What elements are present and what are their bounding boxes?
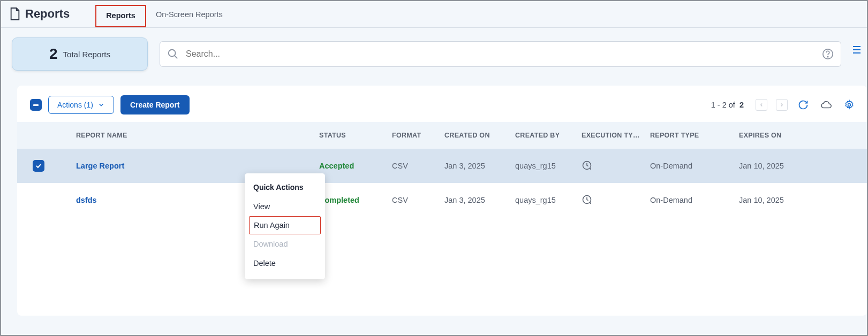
create-report-button[interactable]: Create Report [120,95,190,114]
table-controls: Actions (1) Create Report 1 - 2 of 2 [17,95,867,122]
search-input[interactable] [160,41,841,67]
menu-item-delete[interactable]: Delete [245,254,325,273]
actions-button[interactable]: Actions (1) [48,96,114,114]
status-value: Accepted [319,162,392,170]
format-value: CSV [392,196,444,204]
document-icon [9,7,21,21]
table-row[interactable]: Large Report Accepted CSV Jan 3, 2025 qu… [17,149,867,183]
page-title-wrap: Reports [9,7,70,27]
svg-point-4 [848,104,851,106]
settings-icon[interactable] [844,100,855,110]
created-on-value: Jan 3, 2025 [444,196,515,204]
created-by-value: quays_rg15 [515,196,582,204]
next-page-button[interactable] [776,99,788,111]
context-menu-title: Quick Actions [245,180,325,197]
tab-onscreen-reports[interactable]: On-Screen Reports [146,5,232,27]
page-title: Reports [25,7,70,21]
panel-toggle-icon[interactable] [853,37,863,54]
row-checkbox[interactable] [28,160,49,172]
total-label: Total Reports [63,50,110,59]
col-format[interactable]: FORMAT [392,132,444,139]
col-created-on[interactable]: CREATED ON [444,132,515,139]
report-type-value: On-Demand [650,162,739,170]
toolbar-row: 2 Total Reports [1,28,867,80]
col-created-by[interactable]: CREATED BY [515,132,582,139]
search-icon [167,48,179,60]
col-status[interactable]: STATUS [319,132,392,139]
col-report-type[interactable]: REPORT TYPE [650,132,739,139]
pagination-text: 1 - 2 of 2 [711,101,744,109]
format-value: CSV [392,162,444,170]
quick-actions-menu: Quick Actions View Run Again Download De… [245,173,325,279]
svg-point-0 [169,50,176,57]
expires-on-value: Jan 10, 2025 [739,196,819,204]
prev-page-button[interactable] [756,99,767,111]
total-reports-card[interactable]: 2 Total Reports [12,37,148,71]
clock-icon [582,160,592,171]
execution-type-value [582,194,650,207]
status-value: Completed [319,196,392,204]
execution-type-value [582,160,650,172]
page-header: Reports Reports On-Screen Reports [1,1,867,28]
refresh-icon[interactable] [798,100,809,110]
tab-reports[interactable]: Reports [95,5,146,27]
clock-icon [582,194,592,205]
table-card: Actions (1) Create Report 1 - 2 of 2 REP… [17,86,867,316]
menu-item-download: Download [245,234,325,254]
actions-label: Actions (1) [57,101,93,109]
expires-on-value: Jan 10, 2025 [739,162,819,170]
created-by-value: quays_rg15 [515,162,582,170]
chevron-down-icon [97,101,105,109]
report-type-value: On-Demand [650,196,739,204]
svg-line-1 [175,56,178,59]
search-wrap [160,41,841,67]
col-report-name[interactable]: REPORT NAME [49,132,319,139]
col-expires-on[interactable]: EXPIRES ON [739,132,819,139]
row-checkbox[interactable] [28,194,49,206]
table-header: REPORT NAME STATUS FORMAT CREATED ON CRE… [17,122,867,149]
svg-point-3 [827,56,828,57]
menu-item-run-again[interactable]: Run Again [249,216,321,234]
menu-item-view[interactable]: View [245,197,325,216]
select-all-checkbox[interactable] [30,99,42,111]
tabs: Reports On-Screen Reports [95,5,232,27]
col-execution-type[interactable]: EXECUTION TY… [582,132,650,139]
help-icon[interactable] [822,48,834,60]
table-row[interactable]: dsfds Completed CSV Jan 3, 2025 quays_rg… [17,183,867,217]
cloud-icon[interactable] [820,99,832,111]
report-name-link[interactable]: Large Report [49,162,319,170]
total-count: 2 [49,45,58,63]
created-on-value: Jan 3, 2025 [444,162,515,170]
